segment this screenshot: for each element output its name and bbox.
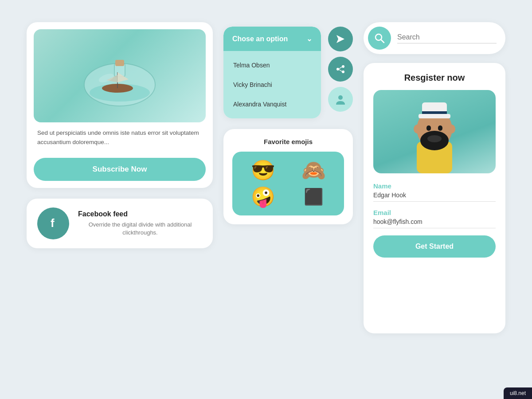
svg-rect-25: [422, 111, 447, 114]
dropdown-label: Chose an option: [232, 35, 288, 43]
svg-point-14: [342, 70, 344, 73]
email-value: hook@flyfish.com: [373, 218, 496, 228]
svg-rect-27: [438, 125, 442, 131]
emoji-4: ⬛: [304, 189, 324, 205]
name-label: Name: [373, 182, 496, 190]
dropdown-item-1[interactable]: Telma Obsen: [223, 55, 321, 75]
svg-point-12: [342, 65, 344, 68]
emoji-3: 🤪: [251, 187, 275, 207]
article-text: Sed ut perspiciatis unde omnis iste natu…: [34, 122, 206, 152]
svg-rect-26: [426, 125, 431, 131]
search-input-wrap: [397, 33, 497, 43]
svg-point-17: [338, 95, 343, 100]
svg-point-32: [448, 125, 455, 133]
svg-line-15: [339, 67, 342, 69]
left-column: Sed ut perspiciatis unde omnis iste natu…: [27, 22, 213, 333]
svg-line-19: [381, 40, 384, 43]
user-button[interactable]: [328, 87, 353, 112]
get-started-button[interactable]: Get Started: [373, 235, 496, 258]
dropdown-item-2[interactable]: Vicky Brinachi: [223, 75, 321, 94]
svg-point-31: [414, 125, 421, 133]
dropdown-list: Telma Obsen Vicky Brinachi Alexandra Van…: [223, 51, 321, 118]
emoji-2: 🙈: [301, 160, 326, 180]
subscribe-button[interactable]: Subscribe Now: [34, 158, 206, 181]
search-input[interactable]: [397, 33, 497, 41]
mid-top-section: Chose an option ⌄ Telma Obsen Vicky Brin…: [223, 27, 353, 118]
register-card: Resgister now: [364, 63, 505, 333]
emoji-card: Favorite emojis 😎 🙈 🤪 ⬛: [223, 129, 353, 224]
right-column: Resgister now: [364, 22, 505, 333]
emoji-1: 😎: [251, 160, 275, 180]
dropdown-item-3[interactable]: Alexandra Vanquist: [223, 94, 321, 114]
emoji-card-title: Favorite emojis: [232, 138, 344, 145]
svg-marker-11: [336, 35, 344, 43]
article-image: [34, 29, 206, 122]
name-value: Edgar Hook: [373, 192, 496, 202]
search-icon: [368, 27, 391, 50]
middle-column: Chose an option ⌄ Telma Obsen Vicky Brin…: [223, 22, 353, 333]
dropdown-card: Chose an option ⌄ Telma Obsen Vicky Brin…: [223, 27, 321, 118]
svg-line-16: [339, 70, 342, 71]
send-button[interactable]: [328, 27, 353, 51]
emoji-grid: 😎 🙈 🤪 ⬛: [232, 152, 344, 215]
register-avatar: [373, 90, 496, 173]
watermark: ui8.net: [504, 387, 532, 399]
action-buttons: [328, 27, 353, 112]
dropdown-header[interactable]: Chose an option ⌄: [223, 27, 321, 51]
facebook-feed-card: f Facebook feed Override the digital div…: [27, 199, 213, 248]
facebook-title: Facebook feed: [78, 210, 202, 218]
facebook-text: Facebook feed Override the digital divid…: [78, 210, 202, 237]
share-button[interactable]: [328, 57, 353, 82]
svg-point-30: [427, 135, 442, 142]
facebook-description: Override the digital divide with additio…: [78, 221, 202, 237]
svg-text:f: f: [51, 216, 55, 230]
register-title: Resgister now: [373, 73, 496, 83]
facebook-icon: f: [37, 207, 69, 239]
chevron-down-icon: ⌄: [306, 35, 312, 43]
search-underline: [397, 43, 497, 43]
svg-rect-2: [115, 60, 124, 66]
article-card: Sed ut perspiciatis unde omnis iste natu…: [27, 22, 213, 188]
svg-point-13: [336, 68, 339, 70]
search-bar: [364, 22, 505, 54]
email-label: Email: [373, 209, 496, 216]
